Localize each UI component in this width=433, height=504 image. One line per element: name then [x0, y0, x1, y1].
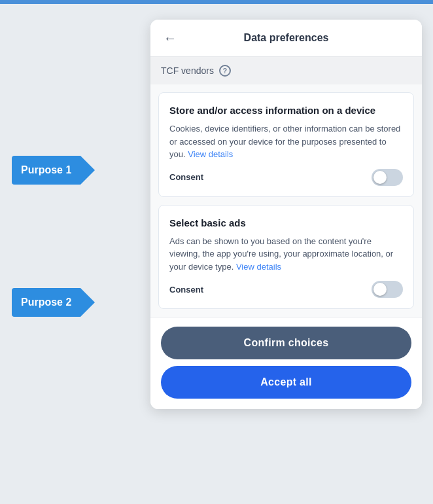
back-button[interactable]: ←	[164, 31, 177, 45]
purpose-1-arrow: Purpose 1	[12, 156, 95, 185]
purpose-2-description: Ads can be shown to you based on the con…	[169, 235, 403, 274]
purpose-1-slider	[372, 169, 403, 186]
dialog-content[interactable]: TCF vendors ? Store and/or access inform…	[150, 57, 422, 317]
purpose-card-1: Store and/or access information on a dev…	[158, 92, 414, 197]
purpose-2-arrow: Purpose 2	[12, 288, 95, 317]
dialog-header: ← Data preferences	[150, 20, 422, 57]
purpose-1-title: Store and/or access information on a dev…	[169, 103, 403, 117]
purpose-2-consent-row: Consent	[169, 281, 403, 298]
purpose-2-label: Purpose 2	[12, 288, 80, 317]
purpose-1-consent-label: Consent	[169, 172, 203, 182]
purpose-1-label: Purpose 1	[12, 156, 80, 185]
dialog-footer: Confirm choices Accept all	[150, 317, 422, 409]
section-header-text: TCF vendors	[161, 65, 214, 76]
accept-all-button[interactable]: Accept all	[161, 366, 411, 399]
purpose-1-description: Cookies, device identifiers, or other in…	[169, 122, 403, 161]
dialog-title: Data preferences	[184, 32, 388, 44]
purpose-2-toggle[interactable]	[372, 281, 403, 298]
dialog-card: ← Data preferences TCF vendors ? Store a…	[150, 20, 422, 409]
purpose-card-2: Select basic ads Ads can be shown to you…	[158, 205, 414, 310]
purpose-2-slider	[372, 281, 403, 298]
help-icon[interactable]: ?	[219, 65, 231, 77]
purpose-1-view-details[interactable]: View details	[188, 149, 233, 159]
confirm-choices-button[interactable]: Confirm choices	[161, 327, 411, 359]
purpose-2-arrowhead	[80, 288, 95, 317]
purpose-2-title: Select basic ads	[169, 216, 403, 230]
purpose-1-toggle[interactable]	[372, 169, 403, 186]
top-bar	[0, 0, 433, 4]
purpose-2-consent-label: Consent	[169, 285, 203, 295]
section-header: TCF vendors ?	[150, 57, 422, 84]
purpose-1-consent-row: Consent	[169, 169, 403, 186]
purpose-2-view-details[interactable]: View details	[236, 262, 281, 272]
purpose-1-arrowhead	[80, 156, 95, 185]
